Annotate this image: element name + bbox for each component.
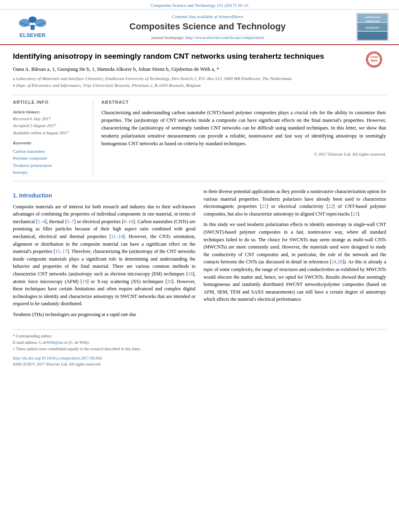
journal-cover-image: COMPOSITES SCIENCE AND TECHNOLOGY bbox=[356, 13, 389, 41]
sciencedirect-link[interactable]: ScienceDirect bbox=[218, 14, 243, 19]
ref-5-7[interactable]: 5–7 bbox=[67, 219, 74, 224]
svg-text:TECHNOLOGY: TECHNOLOGY bbox=[365, 27, 380, 29]
article-info-heading: ARTICLE INFO bbox=[13, 99, 87, 105]
journal-top-bar: Composites Science and Technology 151 (2… bbox=[0, 0, 399, 10]
journal-title: Composites Science and Technology bbox=[59, 21, 356, 33]
corresponding-note: * Corresponding author. bbox=[13, 333, 386, 339]
article-info-panel: ARTICLE INFO Article history: Received 6… bbox=[13, 99, 93, 176]
col-left: 1. Introduction Composite materials are … bbox=[13, 188, 195, 322]
svg-text:COMPOSITES: COMPOSITES bbox=[364, 16, 380, 18]
ref-23[interactable]: 23 bbox=[353, 211, 358, 217]
abstract-section: ABSTRACT Characterizing and understandin… bbox=[101, 99, 386, 176]
ref-19[interactable]: 19 bbox=[82, 279, 87, 284]
accepted-date: Accepted 3 August 2017 bbox=[13, 123, 87, 129]
section-1-heading: 1. Introduction bbox=[13, 192, 195, 200]
journal-citation: Composites Science and Technology 151 (2… bbox=[150, 3, 248, 8]
abstract-text: Characterizing and understanding carbon … bbox=[101, 109, 386, 148]
svg-point-3 bbox=[29, 16, 37, 23]
crossmark-icon: Cross Mark bbox=[366, 51, 382, 68]
svg-rect-0 bbox=[31, 25, 35, 30]
available-date: Available online 4 August 2017 bbox=[13, 130, 87, 136]
author-email[interactable]: G.deWith@tue.nl bbox=[39, 340, 67, 345]
authors: Oana A. Bârsan a, 1, Guoqiang He b, 1, H… bbox=[13, 66, 362, 73]
article-title-text: Identifying anisotropy in seemingly rand… bbox=[13, 51, 362, 91]
keywords-heading: Keywords: bbox=[13, 140, 87, 146]
sciencedirect-text: Contents lists available at ScienceDirec… bbox=[59, 14, 356, 20]
affiliation-a: a Laboratory of Materials and Interface … bbox=[13, 75, 362, 82]
ref-1-4[interactable]: 1–4 bbox=[38, 219, 45, 224]
journal-header-left: ELSEVIER bbox=[6, 15, 59, 39]
affiliations: a Laboratory of Materials and Interface … bbox=[13, 75, 362, 88]
ref-20[interactable]: 20 bbox=[167, 279, 172, 284]
abstract-heading: ABSTRACT bbox=[101, 99, 386, 105]
keyword-2: Polymer composite bbox=[13, 155, 87, 162]
elsevier-logo-icon bbox=[16, 15, 49, 31]
col-right: to their diverse potential applications … bbox=[204, 188, 386, 322]
issn-line: 0266-3538/© 2017 Elsevier Ltd. All right… bbox=[13, 362, 386, 368]
page: Composites Science and Technology 151 (2… bbox=[0, 0, 399, 532]
email-line: E-mail address: G.deWith@tue.nl (G. de W… bbox=[13, 339, 386, 346]
ref-11-14[interactable]: 11–14 bbox=[111, 234, 123, 239]
article-footer: * Corresponding author. E-mail address: … bbox=[13, 329, 386, 367]
ref-18[interactable]: 18 bbox=[188, 271, 193, 277]
elsevier-label: ELSEVIER bbox=[20, 32, 45, 39]
keywords-list: Carbon nanotubes Polymer composite Terah… bbox=[13, 148, 87, 176]
body-paragraph-3: to their diverse potential applications … bbox=[204, 188, 386, 218]
body-paragraph-4: In this study we used terahertz polariza… bbox=[204, 221, 386, 303]
copyright: © 2017 Elsevier Ltd. All rights reserved… bbox=[101, 151, 386, 157]
journal-homepage: journal homepage: http://www.elsevier.co… bbox=[59, 35, 356, 41]
footnote-1: 1 These authors have contributed equally… bbox=[13, 346, 386, 352]
body-paragraph-1: Composite materials are of interest for … bbox=[13, 203, 195, 308]
article-history-heading: Article history: bbox=[13, 109, 87, 115]
keyword-4: Isotropy bbox=[13, 169, 87, 176]
keyword-1: Carbon nanotubes bbox=[13, 148, 87, 155]
article-info-abstract: ARTICLE INFO Article history: Received 6… bbox=[13, 99, 386, 181]
ref-8-10[interactable]: 8–10 bbox=[123, 219, 133, 224]
ref-24-26[interactable]: 24,26 bbox=[331, 259, 342, 265]
article-history: Article history: Received 6 July 2017 Ac… bbox=[13, 109, 87, 136]
body-two-col: 1. Introduction Composite materials are … bbox=[13, 188, 386, 322]
journal-header-right: COMPOSITES SCIENCE AND TECHNOLOGY bbox=[356, 13, 393, 41]
keyword-3: Terahertz polarization bbox=[13, 162, 87, 169]
article-title: Identifying anisotropy in seemingly rand… bbox=[13, 51, 362, 62]
journal-header: ELSEVIER Contents lists available at Sci… bbox=[0, 10, 399, 45]
svg-text:SCIENCE AND: SCIENCE AND bbox=[366, 20, 380, 23]
keywords-section: Keywords: Carbon nanotubes Polymer compo… bbox=[13, 140, 87, 176]
received-date: Received 6 July 2017 bbox=[13, 116, 87, 122]
svg-text:Mark: Mark bbox=[371, 59, 377, 62]
ref-15-17[interactable]: 15–17 bbox=[55, 249, 67, 254]
article-title-section: Identifying anisotropy in seemingly rand… bbox=[13, 51, 386, 95]
affiliation-b: b Dept. of Electronics and Informatics, … bbox=[13, 82, 362, 89]
svg-text:Cross: Cross bbox=[370, 55, 378, 58]
ref-21[interactable]: 21 bbox=[261, 203, 266, 209]
ref-22[interactable]: 22 bbox=[328, 203, 333, 209]
svg-rect-9 bbox=[358, 32, 387, 40]
body-paragraph-2: Terahertz (THz) technologies are progres… bbox=[13, 311, 195, 318]
doi-link[interactable]: http://dx.doi.org/10.1016/j.compscitech.… bbox=[13, 355, 386, 362]
journal-url[interactable]: http://www.elsevier.com/locate/compscite… bbox=[185, 35, 264, 40]
crossmark: Cross Mark bbox=[366, 51, 386, 68]
journal-header-center: Contents lists available at ScienceDirec… bbox=[59, 14, 356, 41]
footer-footnotes: * Corresponding author. E-mail address: … bbox=[13, 333, 386, 352]
article-content: Identifying anisotropy in seemingly rand… bbox=[0, 45, 399, 374]
